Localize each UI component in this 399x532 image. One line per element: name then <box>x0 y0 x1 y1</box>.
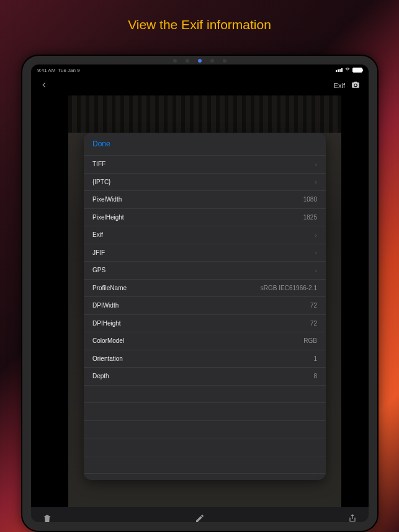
exif-row: Orientation1 <box>84 350 326 368</box>
sensor-bar <box>169 58 231 63</box>
share-icon[interactable] <box>347 513 357 525</box>
sensor-dot <box>210 59 214 63</box>
exif-key: ColorModel <box>92 337 124 344</box>
sensor-dot <box>173 59 177 63</box>
exif-row-empty <box>84 456 326 474</box>
wifi-icon <box>344 66 351 74</box>
status-bar: 9:41 AM Tue Jan 9 <box>31 64 369 76</box>
exif-row[interactable]: GPS› <box>84 262 326 280</box>
bottom-toolbar <box>31 507 369 531</box>
exif-key: GPS <box>92 267 105 273</box>
exif-key: Depth <box>92 373 109 379</box>
sensor-dot <box>223 59 226 63</box>
exif-value: 8 <box>313 373 317 379</box>
exif-row: Depth8 <box>84 368 326 386</box>
exif-toggle-label[interactable]: Exif <box>334 82 345 89</box>
edit-icon[interactable] <box>195 513 205 525</box>
chevron-right-icon: › <box>315 267 317 274</box>
done-button[interactable]: Done <box>92 140 110 148</box>
chevron-right-icon: › <box>315 231 317 239</box>
exif-value: RGB <box>303 337 317 344</box>
exif-list[interactable]: TIFF›{IPTC}›PixelWidth1080PixelHeight182… <box>84 156 326 474</box>
camera-icon[interactable] <box>351 81 360 91</box>
battery-icon <box>352 68 362 73</box>
chevron-right-icon: › <box>315 178 317 185</box>
exif-value: sRGB IEC61966-2.1 <box>261 285 317 291</box>
promo-title: View the Exif information <box>0 0 399 37</box>
exif-row-empty <box>84 421 326 439</box>
ipad-frame: 9:41 AM Tue Jan 9 Exif <box>21 55 379 532</box>
exif-key: TIFF <box>92 161 105 167</box>
exif-key: PixelWidth <box>92 196 122 203</box>
trash-icon[interactable] <box>42 513 52 525</box>
signal-icon <box>336 68 343 72</box>
exif-row: ProfileNamesRGB IEC61966-2.1 <box>84 280 326 298</box>
exif-key: PixelHeight <box>92 214 124 221</box>
exif-row[interactable]: JFIF› <box>84 244 326 262</box>
exif-row: PixelWidth1080 <box>84 191 326 209</box>
exif-row[interactable]: Exif› <box>84 226 326 244</box>
chevron-right-icon: › <box>315 161 317 168</box>
exif-value: 72 <box>310 320 317 327</box>
exif-key: Orientation <box>92 355 123 362</box>
exif-panel-header: Done <box>84 133 326 156</box>
exif-value: 1080 <box>303 196 317 203</box>
exif-row: DPIHeight72 <box>84 315 326 333</box>
exif-value: 1 <box>313 355 317 362</box>
exif-row[interactable]: TIFF› <box>84 156 326 174</box>
exif-row: PixelHeight1825 <box>84 209 326 227</box>
exif-row-empty <box>84 403 326 421</box>
chevron-right-icon: › <box>315 249 317 256</box>
back-button[interactable] <box>40 79 48 92</box>
exif-key: ProfileName <box>92 285 127 291</box>
exif-row[interactable]: {IPTC}› <box>84 174 326 192</box>
exif-key: DPIWidth <box>92 302 119 309</box>
status-date: Tue Jan 9 <box>58 68 79 73</box>
ipad-screen: 9:41 AM Tue Jan 9 Exif <box>31 64 369 531</box>
sensor-dot <box>186 59 189 63</box>
exif-row-empty <box>84 438 326 456</box>
exif-row: DPIWidth72 <box>84 297 326 315</box>
sensor-dot <box>198 59 202 63</box>
exif-key: DPIHeight <box>92 320 121 327</box>
exif-panel: Done TIFF›{IPTC}›PixelWidth1080PixelHeig… <box>84 133 326 480</box>
exif-key: Exif <box>92 231 103 238</box>
exif-row-empty <box>84 386 326 404</box>
exif-value: 1825 <box>303 214 317 221</box>
exif-value: 72 <box>310 302 317 309</box>
status-time: 9:41 AM <box>37 68 55 73</box>
nav-bar: Exif <box>31 76 369 95</box>
exif-key: {IPTC} <box>92 179 110 185</box>
exif-row: ColorModelRGB <box>84 332 326 350</box>
exif-key: JFIF <box>92 249 105 256</box>
